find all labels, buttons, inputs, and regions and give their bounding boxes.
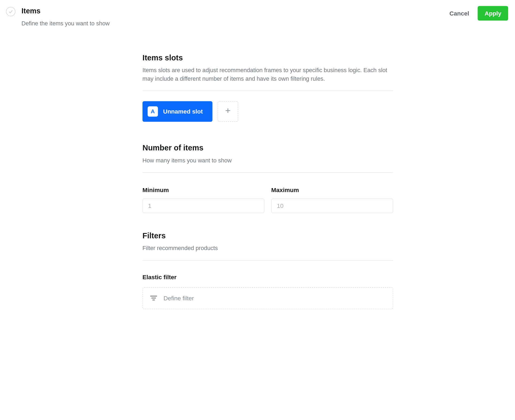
divider xyxy=(143,260,393,261)
slot-badge: A xyxy=(148,107,158,117)
slot-name: Unnamed slot xyxy=(163,107,203,116)
page-header: Items Define the items you want to show … xyxy=(0,0,515,32)
min-label: Minimum xyxy=(143,186,264,195)
cancel-button[interactable]: Cancel xyxy=(448,6,471,20)
elastic-filter-define[interactable]: Define filter xyxy=(143,287,393,309)
number-section-title: Number of items xyxy=(143,143,393,154)
min-input[interactable] xyxy=(143,199,264,213)
max-label: Maximum xyxy=(271,186,393,195)
filters-section-title: Filters xyxy=(143,230,393,242)
divider xyxy=(143,172,393,173)
apply-button[interactable]: Apply xyxy=(478,6,508,21)
number-section-subtitle: How many items you want to show xyxy=(143,156,393,165)
filter-icon xyxy=(150,294,157,302)
page-subtitle: Define the items you want to show xyxy=(21,19,110,28)
plus-icon xyxy=(225,107,230,116)
page-title: Items xyxy=(21,6,110,17)
define-filter-text: Define filter xyxy=(164,294,194,303)
elastic-filter-label: Elastic filter xyxy=(143,273,393,282)
slot-tab-a[interactable]: A Unnamed slot xyxy=(143,101,212,122)
divider xyxy=(143,91,393,91)
slots-section-title: Items slots xyxy=(143,52,393,64)
slots-section-subtitle: Items slots are used to adjust recommend… xyxy=(143,66,393,83)
add-slot-button[interactable] xyxy=(217,101,238,122)
step-check-icon xyxy=(6,7,15,16)
max-input[interactable] xyxy=(271,199,393,213)
filters-section-subtitle: Filter recommended products xyxy=(143,244,393,252)
